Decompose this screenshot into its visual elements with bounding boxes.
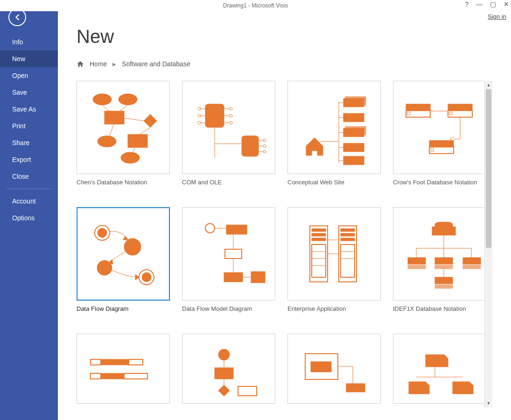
svg-rect-52	[448, 104, 472, 111]
svg-rect-49	[406, 104, 430, 111]
svg-rect-119	[215, 368, 233, 379]
template-item[interactable]	[287, 334, 385, 407]
svg-point-63	[124, 238, 141, 255]
close-icon[interactable]: ✕	[504, 1, 509, 7]
template-data-flow-diagram[interactable]: Data Flow Diagram	[77, 207, 175, 316]
svg-line-12	[133, 147, 135, 153]
svg-rect-90	[341, 238, 355, 241]
template-thumbnail	[182, 81, 275, 174]
svg-rect-80	[312, 229, 326, 231]
svg-rect-107	[463, 265, 481, 269]
nav-open[interactable]: Open	[0, 67, 58, 84]
svg-rect-122	[238, 386, 257, 396]
maximize-icon[interactable]: ▢	[490, 1, 496, 7]
minimize-icon[interactable]: —	[476, 1, 483, 7]
nav-new[interactable]: New	[0, 50, 58, 67]
scroll-up-icon[interactable]: ▲	[485, 81, 492, 89]
svg-rect-83	[312, 245, 326, 277]
svg-rect-124	[311, 362, 331, 372]
svg-rect-76	[224, 273, 243, 282]
svg-rect-54	[449, 112, 452, 115]
svg-rect-88	[341, 229, 355, 231]
nav-print[interactable]: Print	[0, 118, 58, 134]
sign-in-link[interactable]: Sign in	[488, 13, 506, 20]
svg-rect-106	[463, 258, 481, 264]
svg-point-30	[263, 139, 266, 142]
template-thumbnail	[182, 207, 275, 301]
svg-point-66	[142, 273, 151, 282]
template-item[interactable]	[182, 334, 280, 407]
nav-share[interactable]: Share	[0, 134, 58, 151]
svg-rect-96	[432, 227, 455, 235]
template-crows-foot[interactable]: Crow's Foot Database Notation	[393, 81, 484, 189]
svg-point-15	[198, 107, 201, 110]
nav-export[interactable]: Export	[0, 151, 58, 168]
svg-point-117	[218, 349, 230, 360]
nav-info[interactable]: Info	[0, 34, 58, 50]
template-label: Data Flow Diagram	[77, 305, 175, 312]
scroll-down-icon[interactable]: ▼	[485, 399, 492, 407]
template-item[interactable]	[393, 334, 484, 407]
svg-point-23	[230, 114, 232, 117]
svg-marker-67	[123, 236, 128, 240]
svg-line-10	[140, 127, 150, 134]
template-item[interactable]	[77, 334, 175, 407]
svg-rect-127	[346, 384, 365, 392]
template-idef1x[interactable]: IDEF1X Database Notation	[393, 207, 484, 316]
title-bar: Drawing1 - Microsoft Visio ? — ▢ ✕	[0, 0, 511, 11]
template-thumbnail	[182, 334, 275, 404]
breadcrumb-current[interactable]: Software and Database	[122, 60, 190, 68]
nav-close[interactable]: Close	[0, 168, 58, 185]
template-thumbnail	[287, 207, 381, 301]
svg-rect-3	[128, 134, 147, 147]
svg-marker-69	[135, 274, 139, 280]
svg-rect-57	[431, 148, 434, 151]
scroll-thumb[interactable]	[486, 89, 491, 248]
svg-rect-2	[105, 111, 124, 124]
svg-rect-110	[435, 285, 453, 288]
svg-marker-121	[218, 385, 230, 396]
template-thumbnail	[77, 81, 170, 174]
template-com-ole[interactable]: COM and OLE	[182, 81, 280, 189]
svg-point-70	[205, 224, 215, 233]
template-conceptual-web[interactable]: Conceptual Web Site	[287, 81, 385, 189]
nav-save-as[interactable]: Save As	[0, 101, 58, 118]
scrollbar[interactable]: ▲ ▼	[484, 81, 492, 407]
breadcrumb-home[interactable]: Home	[90, 60, 107, 68]
nav-account[interactable]: Account	[0, 193, 58, 210]
svg-line-7	[102, 105, 109, 111]
nav-separator	[7, 189, 51, 189]
svg-point-6	[121, 152, 140, 163]
svg-rect-89	[341, 233, 355, 236]
main-panel: New Home ▶ Software and Database	[58, 0, 511, 420]
svg-rect-43	[343, 156, 364, 165]
svg-line-9	[124, 118, 144, 121]
template-data-flow-model[interactable]: Data Flow Model Diagram	[182, 207, 280, 316]
svg-rect-82	[312, 238, 326, 241]
template-thumbnail	[393, 334, 484, 404]
help-icon[interactable]: ?	[465, 1, 469, 7]
svg-rect-111	[91, 359, 101, 365]
template-chens-database[interactable]: Chen's Database Notation	[77, 81, 175, 189]
svg-point-5	[98, 136, 116, 147]
template-enterprise-app[interactable]: Enterprise Application	[287, 207, 385, 316]
home-icon[interactable]	[77, 60, 84, 68]
template-thumbnail	[393, 81, 484, 174]
nav-save[interactable]: Save	[0, 84, 58, 101]
template-thumbnail	[287, 81, 381, 174]
svg-marker-4	[144, 114, 157, 127]
svg-rect-78	[251, 272, 265, 283]
nav-options[interactable]: Options	[0, 210, 58, 226]
svg-rect-91	[341, 245, 355, 277]
template-thumbnail	[77, 334, 170, 404]
template-label: Conceptual Web Site	[287, 179, 385, 186]
svg-point-34	[263, 150, 266, 153]
page-title: New	[77, 26, 492, 47]
arrow-left-icon	[13, 13, 22, 22]
svg-rect-13	[205, 104, 224, 127]
svg-point-32	[263, 145, 266, 147]
svg-point-25	[230, 121, 232, 124]
svg-rect-104	[435, 258, 453, 264]
svg-rect-42	[343, 143, 364, 152]
svg-rect-102	[408, 258, 426, 264]
